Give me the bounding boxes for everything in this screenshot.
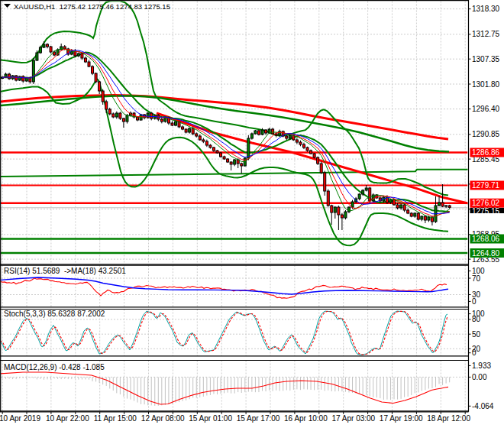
svg-text:1301.80: 1301.80 [472, 80, 500, 89]
svg-text:0: 0 [472, 297, 477, 306]
svg-text:1286.86: 1286.86 [472, 148, 500, 157]
svg-text:70: 70 [472, 274, 481, 283]
svg-text:1312.75: 1312.75 [472, 30, 500, 38]
svg-text:0.00: 0.00 [472, 373, 487, 381]
svg-text:12 Apr 08:00: 12 Apr 08:00 [141, 414, 185, 423]
svg-text:10 Apr 2019: 10 Apr 2019 [0, 414, 40, 423]
svg-text:1264.80: 1264.80 [472, 249, 500, 258]
svg-text:18 Apr 12:00: 18 Apr 12:00 [427, 414, 470, 423]
svg-text:XAUUSD,H1 1275.42 1275.46 127: XAUUSD,H1 1275.42 1275.46 1274.83 1275.1… [14, 2, 170, 11]
svg-text:1279.71: 1279.71 [472, 181, 500, 190]
svg-text:Stoch(5,3,3) 85.6328 87.2002: Stoch(5,3,3) 85.6328 87.2002 [4, 310, 105, 318]
svg-text:1307.35: 1307.35 [472, 55, 500, 63]
svg-text:80: 80 [472, 315, 481, 323]
svg-text:1.933: 1.933 [472, 362, 491, 370]
svg-text:1296.40: 1296.40 [472, 105, 500, 113]
svg-text:15 Apr 17:00: 15 Apr 17:00 [237, 414, 280, 423]
svg-text:-4.064: -4.064 [472, 402, 494, 410]
svg-text:1276.02: 1276.02 [472, 199, 500, 207]
svg-text:16 Apr 10:00: 16 Apr 10:00 [284, 414, 328, 423]
svg-text:50: 50 [472, 330, 481, 339]
svg-text:1318.30: 1318.30 [472, 5, 500, 13]
svg-text:17 Apr 19:00: 17 Apr 19:00 [380, 414, 423, 423]
svg-text:15 Apr 01:00: 15 Apr 01:00 [189, 414, 232, 423]
svg-text:10 Apr 22:00: 10 Apr 22:00 [46, 414, 89, 423]
svg-text:MACD(12,26,9) -0.428 -1.085: MACD(12,26,9) -0.428 -1.085 [4, 363, 105, 371]
svg-text:17 Apr 03:00: 17 Apr 03:00 [331, 414, 375, 423]
svg-text:RSI(14) 51.5689 ->MA(18) 43.2: RSI(14) 51.5689 ->MA(18) 43.2501 [4, 267, 126, 275]
svg-text:1290.85: 1290.85 [472, 130, 500, 138]
svg-text:11 Apr 15:00: 11 Apr 15:00 [94, 414, 137, 423]
svg-text:0: 0 [472, 349, 477, 357]
svg-text:1268.06: 1268.06 [472, 235, 500, 243]
